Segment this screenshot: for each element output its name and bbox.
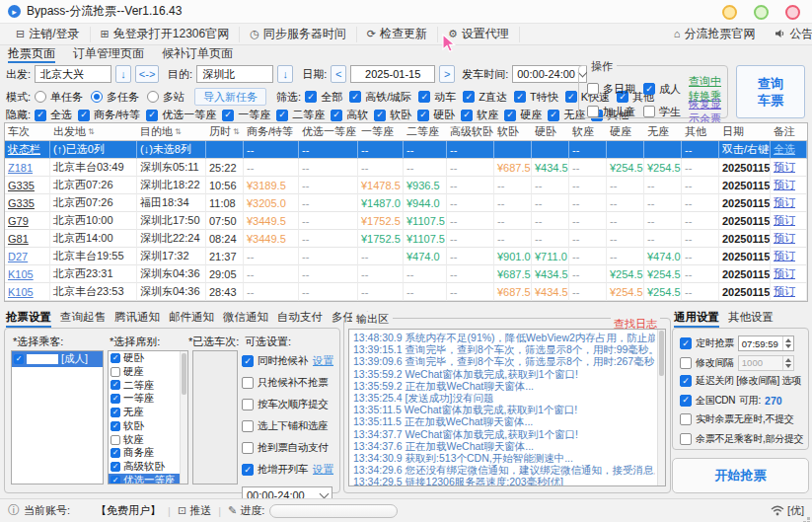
resize-grip[interactable] — [807, 517, 810, 520]
menu-item[interactable]: 公告: — [766, 27, 812, 42]
selected-trains-list[interactable] — [192, 350, 238, 485]
column-header[interactable]: 二等座 — [404, 123, 447, 141]
train-link[interactable]: G335 — [8, 197, 35, 209]
train-link[interactable]: Z181 — [8, 162, 33, 174]
column-header[interactable]: 其他 — [682, 123, 719, 141]
page-tab[interactable]: 候补订单页面 — [162, 45, 233, 63]
seat-class-item[interactable]: 软座 — [109, 433, 187, 447]
column-header[interactable]: 无座 — [644, 123, 682, 141]
column-header[interactable]: 历时⇅ — [206, 123, 244, 141]
filter-checkbox[interactable]: T特快 — [514, 90, 558, 105]
book-link[interactable]: 预订 — [774, 195, 795, 210]
settings-tab[interactable]: 抢票设置 — [6, 310, 51, 328]
depart-dropdown-button[interactable]: ↓ — [115, 65, 131, 83]
seat-class-item[interactable]: 二等座 — [109, 379, 187, 393]
column-header[interactable]: 优选一等座 — [299, 123, 358, 141]
settings-link[interactable]: 设置 — [313, 354, 333, 368]
passenger-list[interactable]: [成人] — [11, 350, 104, 485]
select-all-link[interactable]: 全选 — [774, 142, 795, 157]
hide-checkbox[interactable]: 硬座 — [504, 108, 542, 122]
minimize-button[interactable] — [722, 5, 737, 20]
seat-class-item[interactable]: 无座 — [109, 406, 187, 419]
settings-tab[interactable]: 自动支付 — [277, 310, 323, 328]
hide-checkbox[interactable]: 软卧 — [374, 108, 411, 122]
menu-item[interactable]: ⌂分流抢票官网 — [664, 27, 766, 42]
hide-checkbox[interactable]: 高软 — [331, 108, 368, 122]
passenger-item[interactable]: [成人] — [12, 351, 103, 367]
seat-class-item[interactable]: 硬座 — [109, 365, 187, 379]
menu-item[interactable]: ⟳检查更新 — [357, 27, 438, 42]
menu-item[interactable]: ◷同步服务器时间 — [240, 27, 357, 42]
page-tab[interactable]: 抢票页面 — [8, 45, 55, 63]
hide-checkbox[interactable]: 全选 — [35, 108, 72, 122]
column-header[interactable]: 出发地⇅ — [50, 123, 137, 141]
settings-tab[interactable]: 微信通知 — [223, 310, 268, 328]
hide-checkbox[interactable]: 二等座 — [276, 108, 325, 122]
train-link[interactable]: D27 — [8, 251, 28, 262]
train-link[interactable]: K105 — [8, 268, 34, 280]
timer-spinner[interactable]: 07:59:59 — [738, 336, 794, 351]
train-link[interactable]: G335 — [8, 180, 35, 191]
ops-checkbox[interactable]: 成人 — [643, 82, 681, 97]
column-header[interactable]: 一等座 — [358, 123, 404, 141]
option-checkbox[interactable]: 同时抢候补 — [242, 354, 308, 368]
seat-class-item[interactable]: 硬卧 — [109, 351, 187, 365]
search-tickets-button[interactable]: 查询 车票 — [736, 65, 805, 118]
log-scrollbar[interactable] — [657, 330, 665, 485]
import-new-task-button[interactable]: 导入新任务 — [194, 88, 266, 106]
interval-spinner[interactable]: 1000 — [738, 355, 794, 371]
menu-item[interactable]: ⊞免登录打开12306官网 — [91, 27, 241, 42]
filter-checkbox[interactable]: 全部 — [305, 90, 342, 105]
hide-checkbox[interactable]: 优选一等座 — [146, 108, 216, 122]
spinner-arrows[interactable] — [782, 356, 793, 370]
train-link[interactable]: G79 — [8, 215, 29, 227]
column-header[interactable]: 商务/特等 — [244, 123, 299, 141]
settings-tab[interactable]: 邮件通知 — [169, 310, 214, 328]
book-link[interactable]: 预订 — [774, 213, 795, 228]
column-header[interactable]: 硬座 — [607, 123, 644, 141]
general-tab[interactable]: 通用设置 — [674, 310, 719, 328]
push-label[interactable]: 推送 — [189, 503, 211, 518]
filter-checkbox[interactable]: Z直达 — [463, 90, 507, 105]
book-link[interactable]: 预订 — [774, 249, 795, 263]
menu-item[interactable]: ⚙设置代理 — [438, 27, 520, 42]
spinner-arrows[interactable] — [782, 336, 793, 350]
general-checkbox[interactable]: 实时余票无座时,不提交 — [680, 412, 793, 426]
page-tab[interactable]: 订单管理页面 — [73, 45, 144, 63]
swap-stations-button[interactable]: <-> — [135, 65, 159, 83]
general-checkbox[interactable]: 全国CDN — [680, 394, 735, 408]
general-tab[interactable]: 其他设置 — [728, 310, 774, 328]
general-checkbox[interactable]: 修改间隔 — [680, 356, 734, 370]
column-header[interactable]: 目的地⇅ — [137, 123, 206, 141]
seat-class-item[interactable]: 商务座 — [109, 447, 187, 461]
option-checkbox[interactable]: 只抢候补不抢票 — [242, 376, 328, 390]
book-link[interactable]: 预订 — [774, 231, 795, 246]
date-prev-button[interactable]: < — [331, 65, 346, 83]
date-next-button[interactable]: > — [439, 65, 455, 83]
column-header[interactable]: 车次 — [5, 123, 50, 141]
book-link[interactable]: 预订 — [774, 266, 795, 281]
option-checkbox[interactable]: 抢增开列车 — [242, 463, 308, 477]
seat-class-item[interactable]: 软卧 — [109, 419, 187, 433]
mode-radio[interactable]: 多任务 — [91, 90, 139, 105]
seat-class-item[interactable]: 一等座 — [109, 392, 187, 406]
book-link[interactable]: 预订 — [774, 284, 795, 299]
settings-tab[interactable]: 查询起售 — [60, 310, 106, 328]
train-link[interactable]: G81 — [8, 233, 29, 245]
status-row-cell[interactable]: 全选 — [771, 141, 807, 159]
filter-checkbox[interactable]: 高铁/城际 — [349, 90, 411, 105]
column-header[interactable]: 备注 — [771, 123, 807, 141]
filter-checkbox[interactable]: 动车 — [418, 90, 456, 105]
ops-checkbox[interactable]: 多日期 — [587, 82, 635, 97]
dest-dropdown-button[interactable]: ↓ — [277, 65, 293, 83]
hide-checkbox[interactable]: 软座 — [461, 108, 498, 122]
start-grabbing-button[interactable]: 开始抢票 — [672, 458, 809, 493]
train-link[interactable]: K105 — [8, 286, 34, 298]
column-header[interactable]: 软卧 — [494, 123, 532, 141]
mode-radio[interactable]: 多站 — [147, 90, 185, 105]
column-header[interactable]: 硬卧 — [532, 123, 569, 141]
seat-class-item[interactable]: 优选一等座 — [109, 474, 187, 485]
option-checkbox[interactable]: 抢到票自动支付 — [242, 441, 328, 455]
column-header[interactable]: 日期 — [719, 123, 771, 141]
seat-class-list[interactable]: 硬卧硬座二等座一等座无座软卧软座商务座高级软卧优选一等座 — [108, 350, 188, 485]
